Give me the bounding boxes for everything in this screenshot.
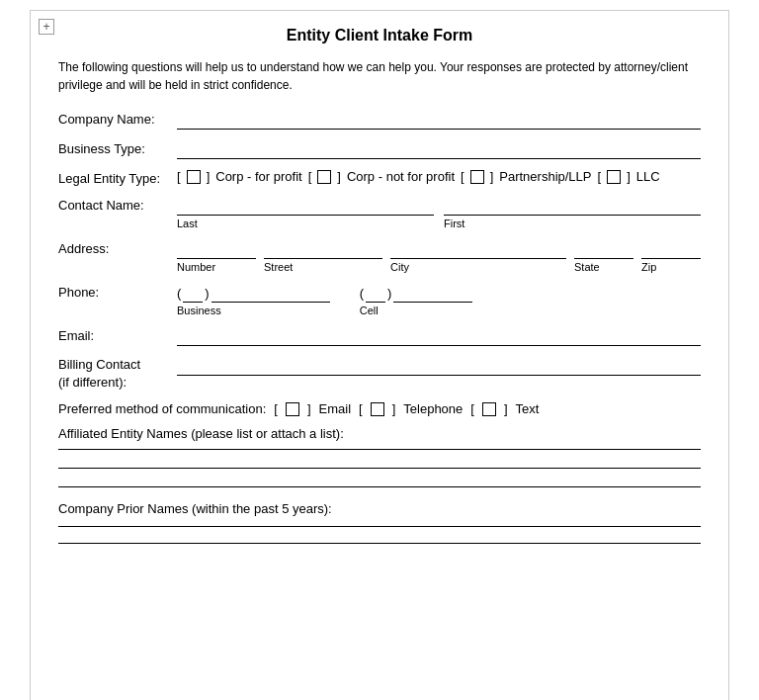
telephone-comm-label: Telephone [403,401,463,416]
affiliated-line-1 [58,449,701,450]
email-label: Email: [58,326,177,343]
last-name-input[interactable] [177,196,434,216]
intro-text: The following questions will help us to … [58,58,701,94]
telephone-comm-checkbox[interactable] [371,402,384,416]
city-input[interactable] [390,239,566,259]
first-name-input[interactable] [444,196,701,216]
billing-contact-field-area [177,356,701,376]
corp-not-for-profit-label: Corp - not for profit [347,169,455,184]
expand-icon[interactable]: + [39,19,54,35]
zip-field: Zip [641,239,701,273]
contact-name-label: Contact Name: [58,196,177,213]
billing-contact-label: Billing Contact (if different): [58,356,177,392]
last-name-field: Last [177,196,434,229]
address-label: Address: [58,239,177,256]
text-comm-label: Text [516,401,540,416]
llc-checkbox[interactable] [607,170,621,184]
bracket-email-close: ] [307,401,311,416]
city-field: City [390,239,566,273]
email-row: Email: [58,326,701,346]
email-comm-checkbox[interactable] [286,402,299,416]
street-input[interactable] [264,239,382,259]
bracket-text-open: [ [470,401,474,416]
text-comm-checkbox[interactable] [482,402,496,416]
bracket-open-1: [ [177,169,181,184]
email-field-area [177,326,701,346]
cell-phone-area[interactable] [366,283,385,303]
bracket-open-4: [ [598,169,602,184]
zip-sublabel: Zip [641,261,701,273]
first-name-field: First [444,196,701,229]
corp-not-for-profit-checkbox[interactable] [317,170,331,184]
bracket-close-3: ] [490,169,494,184]
number-input[interactable] [177,239,256,259]
llc-label: LLC [636,169,660,184]
affiliated-label: Affiliated Entity Names (please list or … [58,426,701,441]
billing-contact-input[interactable] [177,356,701,376]
business-phone-label: Business [177,305,330,316]
company-name-field-area [177,110,701,130]
bracket-open-2: [ [308,169,312,184]
bracket-close-2: ] [337,169,341,184]
bracket-tel-close: ] [392,401,396,416]
partnership-llp-checkbox[interactable] [470,170,484,184]
business-phone-paren-open: ( [177,286,181,301]
form-page: + Entity Client Intake Form The followin… [30,10,729,700]
prior-names-line-1 [58,526,701,527]
street-field: Street [264,239,382,273]
preferred-comm-label: Preferred method of communication: [58,401,266,416]
state-input[interactable] [574,239,633,259]
number-field: Number [177,239,256,273]
business-phone-area[interactable] [183,283,203,303]
cell-phone-label: Cell [360,305,473,316]
cell-phone-number[interactable] [393,283,472,303]
business-phone-paren-close: ) [205,286,209,301]
city-sublabel: City [390,261,566,273]
state-field: State [574,239,633,273]
prior-names-line-2 [58,543,701,544]
bracket-email-open: [ [274,401,278,416]
business-type-field-area [177,139,701,159]
legal-entity-row: Legal Entity Type: [ ] Corp - for profit… [58,169,701,186]
prior-names-section: Company Prior Names (within the past 5 y… [58,501,701,544]
number-sublabel: Number [177,261,256,273]
cell-phone-paren-open: ( [360,286,364,301]
phone-label: Phone: [58,283,177,300]
bracket-tel-open: [ [359,401,363,416]
company-name-input[interactable] [177,110,701,130]
preferred-comm-row: Preferred method of communication: [ ] E… [58,401,701,416]
email-input[interactable] [177,326,701,346]
last-name-sublabel: Last [177,218,434,229]
bracket-close-4: ] [627,169,631,184]
first-name-sublabel: First [444,218,701,229]
contact-name-fields: Last First [177,196,701,229]
affiliated-line-2 [58,468,701,469]
bracket-close-1: ] [207,169,211,184]
business-type-label: Business Type: [58,139,177,156]
zip-input[interactable] [641,239,701,259]
state-sublabel: State [574,261,633,273]
business-phone-number[interactable] [211,283,330,303]
business-type-input[interactable] [177,139,701,159]
address-fields-area: Number Street City State Zip [177,239,701,273]
affiliated-section: Affiliated Entity Names (please list or … [58,426,701,487]
billing-contact-row: Billing Contact (if different): [58,356,701,392]
address-row: Address: Number Street City State [58,239,701,273]
corp-for-profit-label: Corp - for profit [215,169,301,184]
phone-fields-area: ( ) Business ( ) Cell [177,283,701,316]
cell-phone-group: ( ) Cell [360,283,473,316]
partnership-llp-label: Partnership/LLP [499,169,591,184]
prior-names-label: Company Prior Names (within the past 5 y… [58,501,701,516]
legal-entity-label: Legal Entity Type: [58,169,177,186]
street-sublabel: Street [264,261,382,273]
form-title: Entity Client Intake Form [58,27,701,44]
contact-name-row: Contact Name: Last First [58,196,701,229]
legal-entity-options: [ ] Corp - for profit [ ] Corp - not for… [177,169,701,184]
phone-row: Phone: ( ) Business ( ) [58,283,701,316]
company-name-row: Company Name: [58,110,701,130]
business-type-row: Business Type: [58,139,701,159]
business-phone-group: ( ) Business [177,283,330,316]
corp-for-profit-checkbox[interactable] [187,170,201,184]
cell-phone-paren-close: ) [387,286,391,301]
bracket-open-3: [ [461,169,464,184]
